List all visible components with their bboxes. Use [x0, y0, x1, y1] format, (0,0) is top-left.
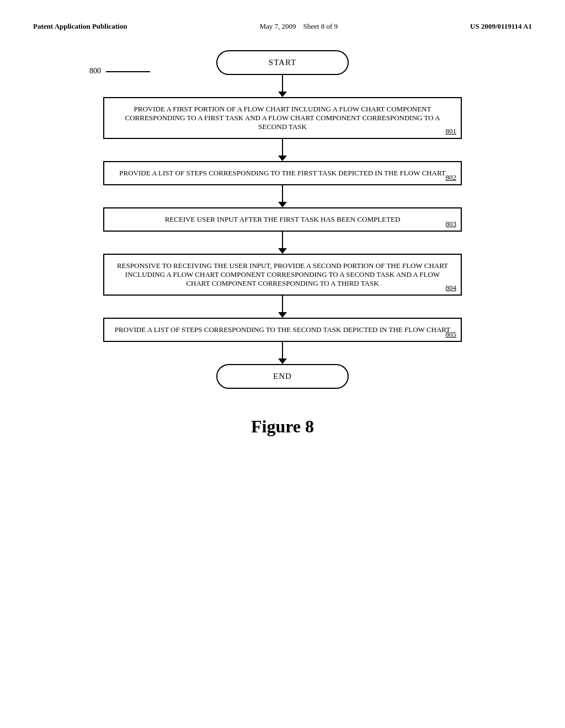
end-box: END: [216, 364, 349, 389]
ref-803: 803: [446, 220, 457, 228]
process-box-802: PROVIDE A LIST OF STEPS CORRESPONDING TO…: [103, 161, 462, 185]
page: Patent Application Publication May 7, 20…: [0, 0, 565, 728]
process-box-801: PROVIDE A FIRST PORTION OF A FLOW CHART …: [103, 97, 462, 139]
header-center: May 7, 2009 Sheet 8 of 9: [259, 22, 338, 31]
header-left: Patent Application Publication: [33, 22, 127, 31]
connector-3: [278, 185, 287, 207]
ref-802: 802: [446, 173, 457, 182]
process-box-803: RECEIVE USER INPUT AFTER THE FIRST TASK …: [103, 207, 462, 232]
diagram-ref-label: 800: [89, 67, 101, 76]
header-right: US 2009/0119114 A1: [470, 22, 532, 31]
process-box-805: PROVIDE A LIST OF STEPS CORRESPONDING TO…: [103, 318, 462, 342]
ref-804: 804: [446, 283, 457, 292]
figure-caption: Figure 8: [33, 416, 532, 437]
connector-1: [278, 75, 287, 97]
flowchart-diagram: 800 START PROVIDE A FIRST PORTION OF A F…: [33, 50, 532, 389]
connector-5: [278, 296, 287, 318]
page-header: Patent Application Publication May 7, 20…: [33, 22, 532, 34]
connector-6: [278, 342, 287, 364]
process-box-804: RESPONSIVE TO RECEIVING THE USER INPUT, …: [103, 254, 462, 296]
start-box: START: [216, 50, 349, 75]
header-sheet: Sheet 8 of 9: [303, 22, 338, 30]
connector-4: [278, 232, 287, 254]
header-date: May 7, 2009: [259, 22, 296, 30]
ref-805: 805: [446, 330, 457, 339]
connector-2: [278, 139, 287, 161]
ref-801: 801: [446, 127, 457, 136]
